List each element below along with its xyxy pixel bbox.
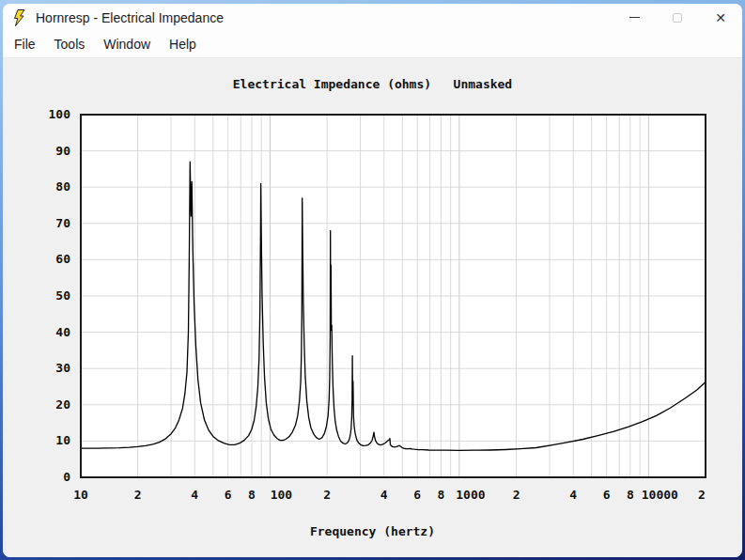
x-tick-label: 4 xyxy=(569,488,577,503)
x-tick-label: 2 xyxy=(513,488,520,503)
y-tick-label: 50 xyxy=(14,288,70,303)
x-tick-label: 8 xyxy=(437,488,444,503)
lightning-bolt-icon xyxy=(12,9,27,26)
app-window: Hornresp - Electrical Impedance ✕ File T… xyxy=(3,4,742,557)
menubar: File Tools Window Help xyxy=(3,31,742,58)
y-tick-label: 60 xyxy=(14,252,70,267)
minimize-icon xyxy=(629,17,640,18)
y-tick-label: 0 xyxy=(14,470,70,485)
maximize-button xyxy=(656,4,699,31)
window-title: Hornresp - Electrical Impedance xyxy=(36,10,224,25)
x-tick-label: 100 xyxy=(271,488,292,503)
x-tick-label: 8 xyxy=(248,488,256,503)
close-icon: ✕ xyxy=(715,10,726,25)
menu-item-window[interactable]: Window xyxy=(94,33,160,55)
x-tick-label: 4 xyxy=(191,488,198,503)
x-tick-label: 4 xyxy=(380,488,388,503)
desktop: { "window": { "title": "Hornresp - Elect… xyxy=(0,0,745,560)
x-tick-label: 10 xyxy=(73,488,88,503)
x-axis-title: Frequency (hertz) xyxy=(3,524,742,538)
x-tick-label: 2 xyxy=(134,488,142,503)
y-tick-label: 90 xyxy=(14,144,70,159)
minimize-button[interactable] xyxy=(613,4,656,31)
menu-item-tools[interactable]: Tools xyxy=(45,33,95,55)
impedance-plot xyxy=(3,58,742,500)
titlebar: Hornresp - Electrical Impedance ✕ xyxy=(3,4,742,31)
y-tick-label: 10 xyxy=(14,433,70,448)
menu-item-file[interactable]: File xyxy=(5,33,45,55)
y-tick-label: 20 xyxy=(14,397,70,412)
x-tick-label: 10000 xyxy=(642,488,678,503)
close-button[interactable]: ✕ xyxy=(699,4,742,31)
x-tick-label: 6 xyxy=(413,488,421,503)
maximize-icon xyxy=(673,13,682,23)
y-tick-label: 70 xyxy=(14,216,70,231)
x-tick-label: 6 xyxy=(225,488,232,503)
y-tick-label: 80 xyxy=(14,179,70,194)
y-tick-label: 30 xyxy=(14,361,70,376)
x-tick-label: 1000 xyxy=(456,488,485,503)
x-tick-label: 2 xyxy=(323,488,331,503)
window-controls: ✕ xyxy=(613,4,742,31)
menu-item-help[interactable]: Help xyxy=(160,33,206,55)
y-tick-label: 40 xyxy=(14,325,70,340)
chart-area: Electrical Impedance (ohms) Unmasked 010… xyxy=(3,58,742,557)
y-tick-label: 100 xyxy=(14,107,70,122)
x-tick-label: 8 xyxy=(627,488,634,503)
x-tick-label: 2 xyxy=(698,488,706,503)
x-tick-label: 6 xyxy=(603,488,611,503)
